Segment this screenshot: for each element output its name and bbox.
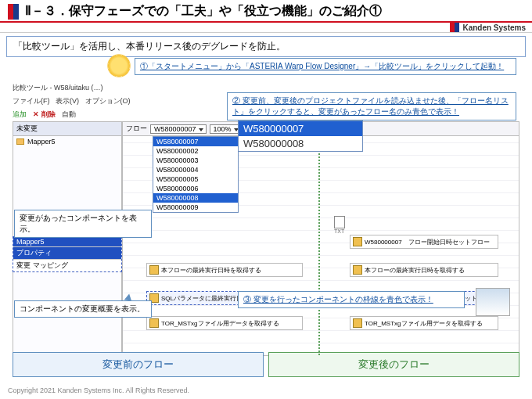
brand-name: Kanden Systems	[462, 23, 526, 32]
dropdown-item[interactable]: W580000003	[153, 156, 238, 165]
menu-file[interactable]: ファイル(F)	[13, 97, 50, 105]
callout-2: ② 変更前、変更後のプロジェクトファイルを読み込ませた後、「フロー名リスト」をク…	[227, 92, 516, 120]
folder-icon	[16, 138, 24, 145]
dropdown-item[interactable]: W580000005	[153, 174, 238, 184]
component-box[interactable]: TOR_MSTxgファイル用データを取得する	[146, 316, 303, 330]
mapper-row[interactable]: プロパティ	[13, 246, 121, 259]
mapper-row[interactable]: 変更 マッピング	[13, 259, 121, 271]
file-icon	[334, 216, 345, 228]
flow-label: フロー	[126, 124, 147, 134]
lightbulb-icon	[108, 55, 130, 77]
list-item[interactable]: W580000008	[239, 136, 362, 151]
callout-3: 変更があったコンポーネントを表示。	[14, 210, 152, 238]
changed-flow-list: W580000007 W580000008	[238, 120, 363, 152]
mapper-title: Mapper5	[13, 237, 121, 246]
dropdown-item[interactable]: W580000004	[153, 165, 238, 174]
flow-dropdown[interactable]: W580000007 W580000002 W580000003 W580000…	[153, 136, 239, 213]
component-icon	[149, 265, 159, 275]
callout-4: コンポーネントの変更概要を表示。	[14, 300, 152, 318]
brand-row: Kanden Systems	[0, 23, 532, 33]
mapper-panel: Mapper5 プロパティ 変更 マッピング	[13, 236, 122, 272]
component-box[interactable]: TOR_MSTxgファイル用データを取得する	[350, 316, 498, 330]
component-icon	[353, 237, 362, 246]
auto-button[interactable]: 自動	[62, 110, 76, 120]
component-box[interactable]: 本フローの最終実行日時を取得する	[146, 263, 303, 277]
bottom-labels: 変更前のフロー 変更後のフロー	[13, 352, 519, 377]
tree-item-label: Mapper5	[27, 138, 56, 146]
dropdown-item[interactable]: W580000006	[153, 184, 238, 193]
copyright: Copyright 2021 Kanden Systems Inc. All R…	[8, 386, 189, 394]
menu-view[interactable]: 表示(V)	[56, 97, 79, 105]
menu-option[interactable]: オプション(O)	[85, 97, 131, 105]
brand-mark-icon	[450, 23, 459, 32]
headline-banner: 「比較ツール」を活用し、本番リリース後のデグレードを防止。	[6, 36, 526, 57]
component-box[interactable]: 本フローの最終実行日時を取得する	[350, 263, 498, 277]
component-icon	[149, 318, 159, 328]
tree-tab[interactable]: 未変更	[13, 122, 121, 136]
before-after-divider	[318, 122, 320, 355]
flow-select[interactable]: W580000007	[150, 124, 207, 134]
list-item[interactable]: W580000007	[239, 121, 362, 136]
component-icon	[353, 318, 362, 328]
flow-canvas[interactable]: フロー W580000007 100% W580000007 W58000000…	[122, 121, 519, 356]
delete-button[interactable]: ✕ 削除	[33, 110, 56, 120]
callout-1: ①「スタートメニュー」から「ASTERIA Warp Flow Designer…	[135, 58, 516, 75]
callout-5: ③ 変更を行ったコンポーネントの枠線を青色で表示！	[238, 291, 465, 308]
zoom-select[interactable]: 100%	[210, 124, 242, 134]
thumbnail-icon	[476, 288, 510, 316]
slide-title: Ⅱ－３．保守フェーズでの「工夫」や「役立つ機能」のご紹介①	[25, 3, 382, 20]
add-button[interactable]: 追加	[13, 110, 27, 120]
dropdown-item[interactable]: W580000009	[153, 203, 238, 212]
label-after: 変更後のフロー	[268, 352, 519, 377]
component-box[interactable]: W580000007 フロー開始日時セットフロー	[350, 235, 498, 249]
dropdown-item[interactable]: W580000007	[153, 137, 238, 146]
slide-title-bar: Ⅱ－３．保守フェーズでの「工夫」や「役立つ機能」のご紹介①	[0, 0, 532, 23]
label-before: 変更前のフロー	[13, 352, 264, 377]
tree-item[interactable]: Mapper5	[13, 136, 121, 147]
dropdown-item[interactable]: W580000002	[153, 146, 238, 156]
component-icon	[353, 265, 362, 275]
txt-node: TXT	[334, 216, 345, 234]
dropdown-item[interactable]: W580000008	[153, 193, 238, 203]
brand-flag-icon	[8, 4, 19, 20]
